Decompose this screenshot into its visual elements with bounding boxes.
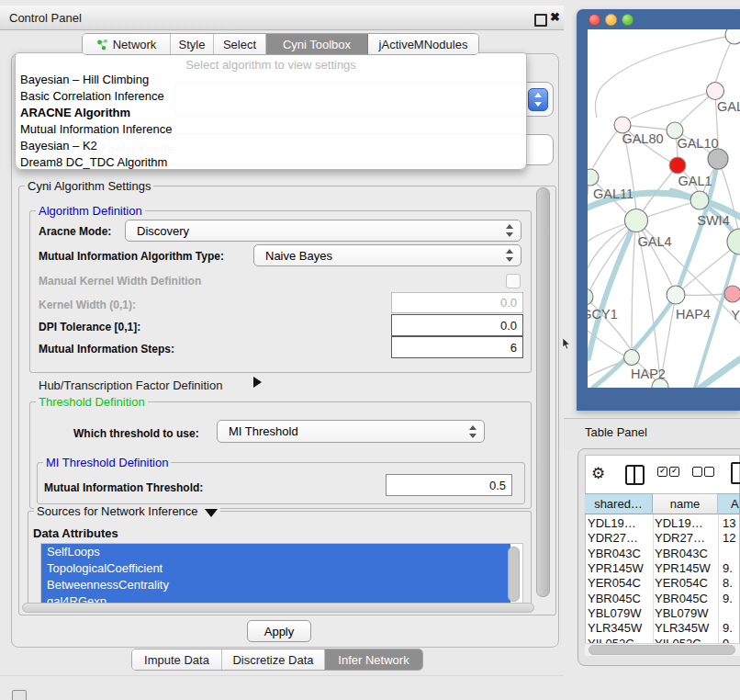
node-hap2[interactable] (624, 350, 640, 366)
dropdown-item[interactable]: Basic Correlation Inference (20, 89, 164, 103)
vertical-scrollbar[interactable] (536, 187, 550, 597)
node-label: GAL10 (677, 136, 718, 151)
table-row[interactable]: YDR27…YDR27…12 (585, 531, 740, 546)
node-label: SWI4 (697, 213, 729, 228)
aracne-mode-combobox[interactable]: Discovery (125, 220, 521, 242)
dropdown-placeholder: Select algorithm to view settings (16, 58, 526, 72)
dpi-tolerance-label: DPI Tolerance [0,1]: (39, 321, 140, 333)
select-all-icon[interactable]: ✓ (657, 467, 667, 477)
table-row[interactable]: YER054CYER054C8. (585, 576, 740, 591)
gear-icon[interactable]: ⚙ (591, 464, 605, 483)
list-item[interactable]: BetweennessCentrality (41, 577, 510, 593)
close-icon[interactable]: ✖ (550, 10, 560, 24)
mi-threshold-value: 0.5 (489, 479, 511, 492)
algorithm-definition-title: Algorithm Definition (36, 204, 145, 218)
mi-algorithm-type-combobox[interactable]: Naive Bayes (253, 244, 521, 266)
network-canvas[interactable]: GAL GAL80 GAL10 GAL1 GAL11 SWI4 GAL4 GCY… (588, 29, 740, 388)
control-panel-title: Control Panel (9, 11, 82, 25)
list-scrollbar[interactable] (508, 547, 520, 602)
table-row[interactable]: YLR345WYLR345W9. (585, 621, 740, 636)
kernel-width-field[interactable]: 0.0 (391, 292, 523, 313)
close-traffic-icon[interactable] (589, 14, 600, 26)
node-label: HAP4 (676, 307, 711, 322)
node-partial-top[interactable] (725, 29, 740, 44)
dropdown-item-selected[interactable]: ARACNE Algorithm (20, 106, 130, 119)
expand-right-icon[interactable] (253, 377, 262, 388)
node-hap4[interactable] (667, 286, 685, 304)
node-pink-right[interactable] (724, 286, 740, 302)
tab-select[interactable]: Select (214, 34, 266, 54)
node-gal-top[interactable] (707, 83, 724, 100)
tab-style[interactable]: Style (171, 34, 214, 54)
minimized-panel-icon[interactable] (12, 690, 27, 700)
page-icon[interactable] (731, 462, 740, 484)
dropdown-item[interactable]: Bayesian – K2 (20, 139, 97, 152)
tab-cyni-toolbox[interactable]: Cyni Toolbox (266, 34, 368, 54)
node-label: GAL (717, 99, 740, 114)
sources-title: Sources for Network Inference (34, 504, 220, 518)
zoom-traffic-icon[interactable] (622, 14, 633, 26)
float-window-icon[interactable] (534, 14, 547, 27)
node-swi4[interactable] (690, 191, 709, 209)
column-header-shared-name[interactable]: shared… (585, 493, 653, 514)
mi-steps-field[interactable]: 6 (391, 336, 523, 358)
tab-impute-data[interactable]: Impute Data (132, 649, 222, 670)
mi-algorithm-type-label: Mutual Information Algorithm Type: (39, 250, 224, 263)
select-all-icon[interactable]: ✓ (669, 467, 679, 477)
table-row[interactable]: YBR043CYBR043C (585, 547, 740, 561)
list-item[interactable]: SelfLoops (41, 544, 510, 560)
collapse-down-icon[interactable] (205, 509, 218, 517)
tab-discretize-data[interactable]: Discretize Data (222, 649, 325, 670)
column-header-name[interactable]: name (653, 493, 718, 514)
bottom-tabbar: Impute Data Discretize Data Infer Networ… (131, 649, 423, 671)
dpi-tolerance-field[interactable]: 0.0 (391, 314, 523, 336)
hub-definition-label: Hub/Transcription Factor Definition (39, 378, 222, 392)
mi-threshold-label: Mutual Information Threshold: (44, 481, 203, 494)
deselect-all-icon[interactable] (704, 467, 714, 477)
dropdown-item[interactable]: Dream8 DC_TDC Algorithm (20, 155, 167, 169)
threshold-definition-title: Threshold Definition (36, 395, 148, 409)
node-gray[interactable] (708, 149, 728, 169)
table-panel-title: Table Panel (585, 425, 647, 439)
node-label: HAP2 (631, 367, 666, 381)
tab-infer-network[interactable]: Infer Network (325, 649, 422, 670)
deselect-all-icon[interactable] (692, 467, 702, 477)
mi-threshold-field[interactable]: 0.5 (386, 474, 512, 496)
table-row[interactable]: YBR045CYBR045C9. (585, 592, 740, 606)
combobox-stepper-icon[interactable] (528, 88, 548, 111)
table-row[interactable]: YPR145WYPR145W9. (585, 561, 740, 576)
split-columns-icon[interactable] (625, 465, 645, 485)
tab-network[interactable]: Network (83, 34, 171, 54)
dropdown-item[interactable]: Bayesian – Hill Climbing (20, 73, 149, 86)
node-gal1-selected[interactable] (669, 157, 686, 174)
manual-kernel-label: Manual Kernel Width Definition (39, 275, 201, 288)
control-panel-tabbar: Network Style Select Cyni Toolbox jActiv… (82, 33, 479, 55)
horizontal-scrollbar[interactable] (22, 603, 534, 613)
tab-jactivemnodules[interactable]: jActiveMNodules (368, 34, 478, 54)
dropdown-item[interactable]: Mutual Information Inference (20, 122, 172, 136)
list-item[interactable]: TopologicalCoefficient (41, 560, 510, 577)
data-attributes-list[interactable]: SelfLoops TopologicalCoefficient Between… (40, 543, 523, 605)
mi-steps-label: Mutual Information Steps: (39, 343, 174, 356)
table-row[interactable]: YDL19…YDL19…13 (585, 516, 740, 531)
which-threshold-combobox[interactable]: MI Threshold (217, 420, 485, 443)
node-gcy1[interactable] (588, 288, 593, 305)
dpi-tolerance-value: 0.0 (500, 319, 522, 333)
network-graph: GAL GAL80 GAL10 GAL1 GAL11 SWI4 GAL4 GCY… (588, 29, 740, 388)
mi-steps-value: 6 (510, 341, 522, 355)
chevron-updown-icon (506, 249, 514, 262)
node-label: GAL80 (622, 131, 663, 146)
settings-group-title: Cyni Algorithm Settings (25, 179, 153, 193)
node-gal4[interactable] (625, 209, 648, 232)
minimize-traffic-icon[interactable] (605, 14, 617, 26)
manual-kernel-checkbox[interactable] (506, 274, 521, 288)
aracne-mode-label: Aracne Mode: (39, 225, 111, 238)
control-panel-titlebar (0, 6, 564, 30)
which-threshold-value: MI Threshold (218, 424, 298, 438)
chevron-updown-icon (469, 425, 477, 438)
column-header-partial[interactable]: A (718, 493, 740, 514)
table-row[interactable]: YBL079WYBL079W (585, 606, 740, 621)
table-hscroll-thumb[interactable] (589, 645, 735, 655)
chevron-updown-icon (506, 224, 514, 237)
apply-button[interactable]: Apply (247, 620, 311, 642)
